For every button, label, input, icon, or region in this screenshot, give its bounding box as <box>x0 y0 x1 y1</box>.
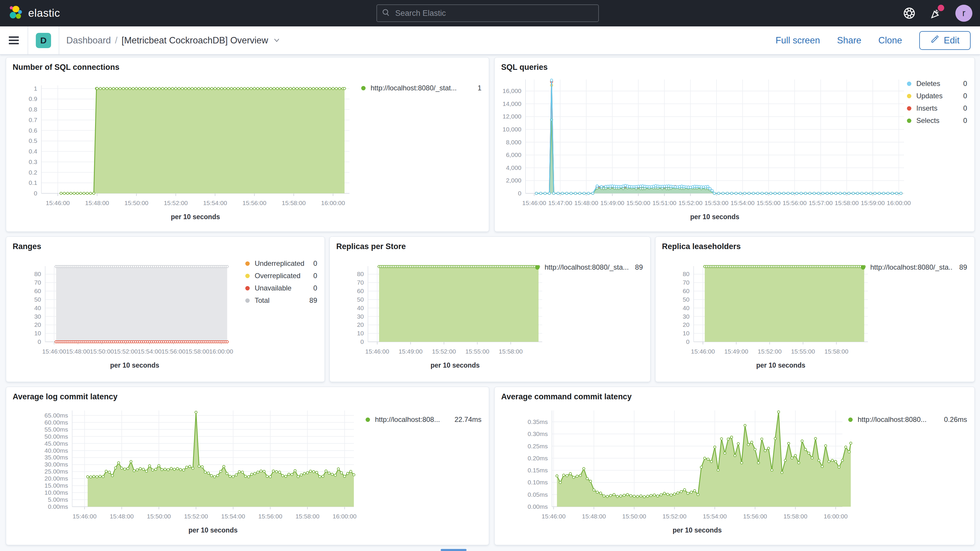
series-marker <box>93 192 95 194</box>
series-marker <box>95 476 98 478</box>
series-marker <box>566 192 568 194</box>
series-marker <box>343 88 346 90</box>
y-tick-label: 10 <box>34 330 41 336</box>
dashboard-app-badge[interactable]: D <box>36 33 51 48</box>
command-commit-latency-chart[interactable]: 0.00ms0.05ms0.10ms0.15ms0.20ms0.25ms0.30… <box>495 387 974 545</box>
x-tick-label: 15:56:00 <box>242 199 266 206</box>
series-marker <box>848 192 850 194</box>
series-marker <box>673 493 676 495</box>
x-tick-label: 15:48:00 <box>110 513 134 519</box>
y-tick-label: 20.00ms <box>44 475 68 482</box>
series-marker <box>135 88 138 90</box>
y-tick-label: 10 <box>683 330 689 336</box>
help-icon[interactable] <box>902 6 916 20</box>
y-tick-label: 0.00ms <box>528 503 548 510</box>
series-marker <box>224 88 226 90</box>
y-tick-label: 60 <box>683 288 689 294</box>
series-marker <box>99 475 101 478</box>
ranges-legend: Underreplicated0Overreplicated0Unavailab… <box>245 257 317 307</box>
share-button[interactable]: Share <box>837 35 861 46</box>
series-marker <box>211 88 213 90</box>
legend-item[interactable]: Inserts0 <box>907 102 967 115</box>
full-screen-button[interactable]: Full screen <box>775 35 820 46</box>
x-tick-label: 15:52:00 <box>184 513 208 519</box>
breadcrumb-dashboard-link[interactable]: Dashboard <box>66 35 111 46</box>
series-marker <box>89 476 92 478</box>
series-area <box>536 85 901 193</box>
series-marker <box>841 459 843 462</box>
series-marker <box>687 492 689 495</box>
series-marker <box>765 192 768 194</box>
series-marker <box>229 475 231 478</box>
y-tick-label: 0.3 <box>29 158 37 165</box>
series-marker <box>266 475 269 478</box>
series-marker <box>856 192 859 194</box>
divider <box>59 26 59 54</box>
series-marker <box>207 472 210 475</box>
legend-item[interactable]: Total89 <box>245 294 317 307</box>
series-marker <box>583 192 585 194</box>
series-marker <box>822 192 824 194</box>
legend-item[interactable]: Deletes0 <box>907 78 967 90</box>
legend-swatch-icon <box>245 298 250 303</box>
legend-value: 89 <box>628 263 643 271</box>
series-marker <box>848 451 850 453</box>
global-search[interactable] <box>377 5 599 22</box>
newsfeed-icon[interactable] <box>929 6 943 20</box>
legend-item[interactable]: Selects0 <box>907 115 967 127</box>
search-input[interactable] <box>395 8 593 18</box>
replicas-per-store-chart[interactable]: 0102030405060708015:46:0015:49:0015:52:0… <box>330 237 650 382</box>
series-marker <box>813 192 815 194</box>
legend-item[interactable]: http://localhost:8080/_sta...89 <box>535 261 643 274</box>
replica-leaseholders-chart[interactable]: 0102030405060708015:46:0015:49:0015:52:0… <box>655 237 974 382</box>
sql-queries-chart[interactable]: 02,0004,0006,0008,00010,00012,00014,0001… <box>495 57 974 231</box>
menu-icon[interactable] <box>9 35 19 46</box>
series-marker <box>266 88 269 90</box>
series-marker <box>824 445 827 447</box>
legend-item[interactable]: Underreplicated0 <box>245 257 317 270</box>
series-marker <box>770 192 772 194</box>
series-marker <box>155 88 157 90</box>
series-marker <box>737 443 740 445</box>
log-commit-latency-chart[interactable]: 0.00ms5.00ms10.00ms15.00ms20.00ms25.00ms… <box>6 387 489 545</box>
elastic-logo[interactable]: elastic <box>9 6 60 21</box>
y-tick-label: 70 <box>34 279 41 286</box>
chevron-down-icon[interactable] <box>273 36 280 45</box>
series-marker <box>278 471 281 473</box>
legend-swatch-icon <box>848 417 853 422</box>
legend-item[interactable]: http://localhost:8080...0.26ms <box>848 413 967 426</box>
legend-item[interactable]: http://localhost:8080/_sta...89 <box>861 261 967 274</box>
legend-item[interactable]: Updates0 <box>907 90 967 102</box>
series-marker <box>718 192 720 194</box>
x-tick-label: 15:52:00 <box>114 348 138 355</box>
clone-button[interactable]: Clone <box>878 35 902 46</box>
series-marker <box>600 492 602 494</box>
series-marker <box>80 192 82 194</box>
series-marker <box>600 185 603 188</box>
legend-item[interactable]: Overreplicated0 <box>245 270 317 282</box>
series-marker <box>329 88 331 90</box>
legend-item[interactable]: http://localhost:8080/_stat...1 <box>361 82 482 94</box>
series-marker <box>170 467 172 470</box>
series-marker <box>757 192 759 194</box>
series-marker <box>253 88 256 90</box>
legend-label: Unavailable <box>255 284 291 292</box>
series-marker <box>87 476 89 478</box>
legend-item[interactable]: http://localhost:808...22.74ms <box>366 413 482 426</box>
legend-item[interactable]: Unavailable0 <box>245 282 317 294</box>
series-marker <box>148 88 151 90</box>
series-marker <box>99 88 102 90</box>
edit-button[interactable]: Edit <box>919 31 970 50</box>
logo-wordmark: elastic <box>28 7 60 19</box>
series-marker <box>784 459 786 462</box>
series-marker <box>556 475 558 477</box>
user-avatar[interactable]: r <box>955 5 972 22</box>
legend-label: Total <box>255 296 270 304</box>
series-marker <box>63 192 65 194</box>
horizontal-scrollbar[interactable] <box>441 549 466 551</box>
legend-swatch-icon <box>245 286 250 290</box>
y-tick-label: 0.05ms <box>528 491 548 498</box>
series-marker <box>263 88 266 90</box>
series-marker <box>714 446 716 448</box>
x-tick-label: 15:54:00 <box>730 199 755 206</box>
